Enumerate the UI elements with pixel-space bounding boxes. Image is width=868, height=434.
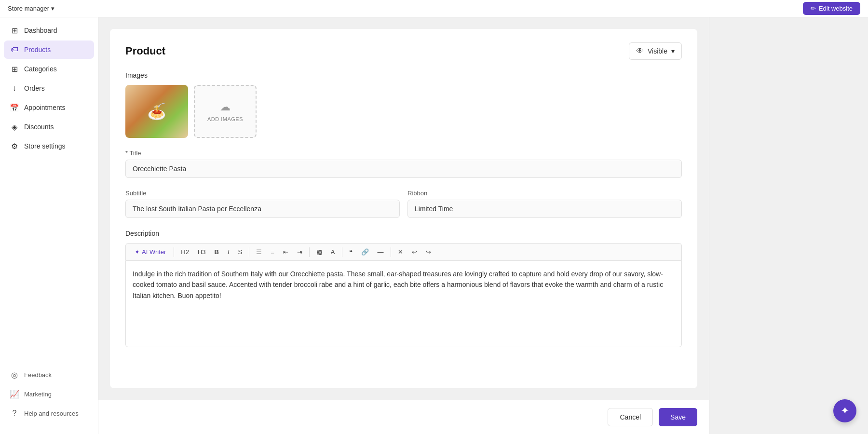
ribbon-label: Ribbon xyxy=(407,190,682,197)
bullet-list-button[interactable]: ☰ xyxy=(252,246,266,258)
store-manager-label: Store manager xyxy=(8,5,49,12)
sidebar-item-appointments[interactable]: 📅 Appointments xyxy=(4,98,94,117)
sidebar-item-categories[interactable]: ⊞ Categories xyxy=(4,60,94,78)
images-row: 🍝 ☁ ADD IMAGES xyxy=(125,85,682,138)
toolbar-divider-5 xyxy=(391,247,391,257)
form-panel: Product 👁 Visible ▾ Images 🍝 ☁ ADD IMAGE… xyxy=(98,17,709,434)
images-label: Images xyxy=(125,71,682,79)
bold-button[interactable]: B xyxy=(211,246,223,258)
products-icon: 🏷 xyxy=(10,45,19,54)
chevron-down-icon: ▾ xyxy=(51,5,54,12)
subtitle-input[interactable] xyxy=(125,200,400,218)
sidebar-label-appointments: Appointments xyxy=(24,104,66,111)
divider-button[interactable]: — xyxy=(374,246,388,258)
discounts-icon: ◈ xyxy=(10,122,19,132)
save-button[interactable]: Save xyxy=(659,408,697,426)
ai-writer-button[interactable]: ✦ AI Writer xyxy=(130,246,171,258)
marketing-icon: 📈 xyxy=(10,389,19,399)
top-bar: Store manager ▾ ✏ Edit website xyxy=(0,0,868,17)
visibility-select[interactable]: 👁 Visible ▾ xyxy=(629,42,682,60)
ribbon-input[interactable] xyxy=(407,200,682,218)
sidebar-item-dashboard[interactable]: ⊞ Dashboard xyxy=(4,21,94,40)
description-editor[interactable]: Indulge in the rich tradition of Souther… xyxy=(125,260,682,347)
eye-icon: 👁 xyxy=(636,47,644,55)
sidebar-label-categories: Categories xyxy=(24,65,57,73)
sidebar-nav: ⊞ Dashboard 🏷 Products ⊞ Categories ↓ Or… xyxy=(0,21,98,155)
subtitle-field-group: Subtitle xyxy=(125,190,400,218)
edit-website-button[interactable]: ✏ Edit website xyxy=(803,2,860,15)
edit-website-label: Edit website xyxy=(819,5,853,12)
description-text: Indulge in the rich tradition of Souther… xyxy=(133,270,663,299)
edit-icon: ✏ xyxy=(811,5,816,12)
sidebar-label-products: Products xyxy=(24,46,51,54)
sidebar-item-feedback[interactable]: ◎ Feedback xyxy=(4,366,94,384)
ribbon-field-group: Ribbon xyxy=(407,190,682,218)
subtitle-label: Subtitle xyxy=(125,190,400,197)
add-images-label: ADD IMAGES xyxy=(207,116,243,122)
subtitle-ribbon-row: Subtitle Ribbon xyxy=(125,190,682,230)
visibility-label: Visible xyxy=(648,47,667,55)
feedback-icon: ◎ xyxy=(10,370,19,380)
title-input[interactable] xyxy=(125,160,682,178)
sidebar-label-feedback: Feedback xyxy=(24,371,52,379)
sidebar-item-help[interactable]: ? Help and resources xyxy=(4,404,94,422)
heading3-button[interactable]: H3 xyxy=(194,246,210,258)
strikethrough-button[interactable]: S xyxy=(234,246,246,258)
upload-icon: ☁ xyxy=(220,101,231,113)
orders-icon: ↓ xyxy=(10,83,19,93)
sparkle-icon: ✦ xyxy=(135,248,140,256)
sidebar-label-store-settings: Store settings xyxy=(24,142,66,150)
text-color-button[interactable]: A xyxy=(327,246,339,258)
cancel-button[interactable]: Cancel xyxy=(608,408,653,426)
undo-button[interactable]: ↩ xyxy=(408,246,421,258)
toolbar-divider-1 xyxy=(174,247,174,257)
right-panel xyxy=(709,17,868,434)
toolbar-divider-2 xyxy=(249,247,249,257)
product-image[interactable]: 🍝 xyxy=(125,85,188,138)
sidebar-label-dashboard: Dashboard xyxy=(24,27,57,34)
settings-icon: ⚙ xyxy=(10,141,19,151)
images-section: Images 🍝 ☁ ADD IMAGES xyxy=(125,71,682,138)
form-actions: Cancel Save xyxy=(98,400,709,434)
appointments-icon: 📅 xyxy=(10,103,19,112)
italic-button[interactable]: I xyxy=(224,246,233,258)
sidebar: ⊞ Dashboard 🏷 Products ⊞ Categories ↓ Or… xyxy=(0,17,98,434)
sidebar-label-discounts: Discounts xyxy=(24,123,54,131)
help-icon: ? xyxy=(10,408,19,418)
store-manager-button[interactable]: Store manager ▾ xyxy=(8,5,54,12)
product-header: Product 👁 Visible ▾ xyxy=(125,42,682,60)
sidebar-label-orders: Orders xyxy=(24,84,45,92)
sidebar-bottom: ◎ Feedback 📈 Marketing ? Help and resour… xyxy=(0,366,98,430)
categories-icon: ⊞ xyxy=(10,64,19,74)
clear-format-button[interactable]: ✕ xyxy=(394,246,407,258)
heading2-button[interactable]: H2 xyxy=(177,246,193,258)
add-image-box[interactable]: ☁ ADD IMAGES xyxy=(194,85,257,138)
fab-button[interactable]: ✦ xyxy=(833,399,856,422)
sidebar-item-store-settings[interactable]: ⚙ Store settings xyxy=(4,137,94,155)
blockquote-button[interactable]: ❝ xyxy=(345,246,356,258)
description-label: Description xyxy=(125,230,682,237)
plus-icon: ✦ xyxy=(841,405,849,417)
title-label: * Title xyxy=(125,149,682,157)
editor-toolbar: ✦ AI Writer H2 H3 B I S ☰ ≡ ⇤ ⇥ ▩ xyxy=(125,243,682,260)
sidebar-item-products[interactable]: 🏷 Products xyxy=(4,41,94,59)
form-inner: Product 👁 Visible ▾ Images 🍝 ☁ ADD IMAGE… xyxy=(110,29,697,388)
dashboard-icon: ⊞ xyxy=(10,26,19,35)
title-field-group: * Title xyxy=(125,149,682,178)
page-title: Product xyxy=(125,45,165,57)
main-content: Product 👁 Visible ▾ Images 🍝 ☁ ADD IMAGE… xyxy=(98,17,868,434)
sidebar-item-marketing[interactable]: 📈 Marketing xyxy=(4,385,94,403)
indent-decrease-button[interactable]: ⇤ xyxy=(279,246,292,258)
description-field-group: Description ✦ AI Writer H2 H3 B I S ☰ ≡ … xyxy=(125,230,682,347)
toolbar-divider-4 xyxy=(342,247,342,257)
sidebar-item-discounts[interactable]: ◈ Discounts xyxy=(4,118,94,136)
visibility-chevron-icon: ▾ xyxy=(671,47,675,55)
redo-button[interactable]: ↪ xyxy=(422,246,435,258)
sidebar-label-help: Help and resources xyxy=(24,410,79,417)
sidebar-label-marketing: Marketing xyxy=(24,391,52,398)
highlight-button[interactable]: ▩ xyxy=(312,246,326,258)
ordered-list-button[interactable]: ≡ xyxy=(267,246,278,258)
sidebar-item-orders[interactable]: ↓ Orders xyxy=(4,79,94,97)
link-button[interactable]: 🔗 xyxy=(357,246,373,258)
indent-increase-button[interactable]: ⇥ xyxy=(293,246,306,258)
